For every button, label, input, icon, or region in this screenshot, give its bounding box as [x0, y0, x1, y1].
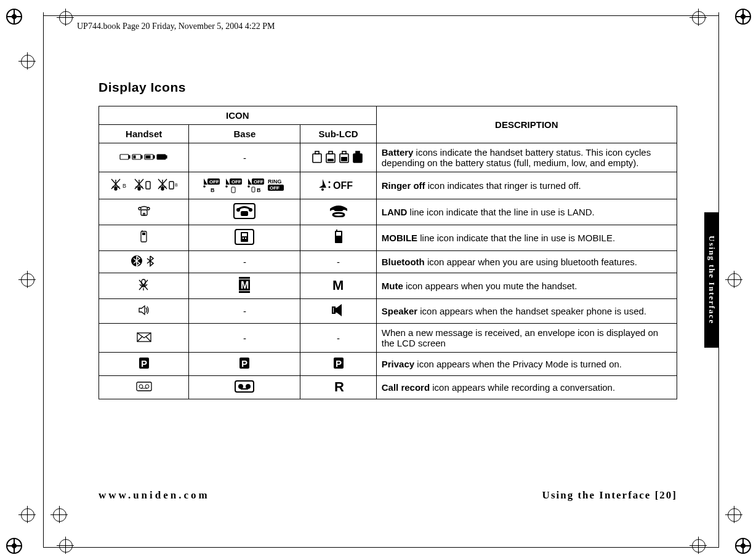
svg-text:RING: RING [268, 178, 282, 185]
cell-dash: - [189, 324, 300, 353]
svg-point-41 [248, 185, 251, 188]
footer-right: Using the Interface [20] [542, 489, 677, 502]
svg-rect-1 [129, 156, 130, 158]
desc-text: line icon indicate that the line in use … [417, 233, 615, 243]
svg-point-54 [147, 207, 150, 210]
bluetooth-handset-icon [131, 255, 158, 267]
svg-rect-10 [313, 154, 321, 162]
registration-mark-icon [735, 9, 751, 25]
svg-rect-64 [142, 233, 145, 235]
svg-text:R: R [334, 380, 344, 393]
col-sublcd: Sub-LCD [300, 125, 376, 143]
registration-mark-icon [6, 9, 22, 25]
lead: Battery [382, 147, 414, 158]
svg-point-24 [138, 188, 140, 190]
table-row: - - When a new message is received, an e… [99, 324, 677, 353]
desc-text: icon appears while recording a conversat… [430, 382, 615, 393]
svg-point-20 [115, 188, 117, 190]
lead: Ringer off [382, 180, 425, 191]
svg-text:OFF: OFF [231, 179, 241, 185]
crosshair-icon [690, 9, 707, 26]
page-footer: www.uniden.com Using the Interface [20] [99, 489, 677, 502]
svg-rect-9 [166, 156, 167, 158]
land-sublcd-icon [329, 205, 348, 217]
col-description: DESCRIPTION [376, 106, 677, 143]
privacy-base-icon: P [238, 356, 251, 370]
svg-point-37 [226, 185, 228, 188]
svg-text:M: M [241, 280, 249, 290]
record-base-icon [235, 380, 254, 393]
svg-text:OFF: OFF [209, 179, 219, 185]
svg-point-28 [161, 188, 164, 190]
svg-point-97 [246, 384, 251, 389]
lead: Speaker [382, 306, 417, 316]
page-title: Display Icons [99, 80, 677, 95]
svg-rect-16 [342, 151, 346, 154]
crop-rule-top [43, 15, 719, 16]
svg-text:B: B [175, 183, 178, 187]
svg-rect-60 [241, 211, 248, 216]
speaker-handset-icon [137, 304, 151, 316]
side-tab: Using the Interface [704, 212, 719, 348]
svg-text:M: M [332, 278, 344, 292]
svg-point-51 [328, 186, 330, 188]
crop-rule-left [43, 12, 44, 548]
lead: Call record [382, 382, 430, 393]
svg-rect-27 [146, 182, 150, 189]
svg-point-50 [328, 182, 330, 183]
svg-rect-7 [145, 155, 150, 158]
svg-rect-80 [239, 277, 250, 279]
registration-mark-icon [735, 538, 751, 554]
speaker-sublcd-icon [331, 303, 346, 318]
svg-text:OFF: OFF [333, 180, 353, 191]
table-row: B B OFFB OFF OFFB RINGOFF [99, 172, 677, 199]
cell-dash: - [189, 299, 300, 324]
svg-rect-17 [341, 157, 347, 161]
desc-text: line icon indicate that the line in use … [407, 207, 594, 217]
svg-text:B: B [257, 187, 261, 193]
table-row: - - Bluetooth icon appear when you are u… [99, 251, 677, 273]
svg-rect-95 [235, 381, 254, 392]
svg-rect-44 [252, 187, 255, 192]
land-base-icon [233, 203, 255, 219]
mute-base-icon: M [236, 277, 252, 293]
battery-levels-icon [119, 153, 169, 161]
crosshair-icon [57, 537, 74, 554]
table-row: - Speaker icon appears when the handset … [99, 299, 677, 324]
svg-text:P: P [141, 358, 147, 369]
desc-text: icon appear when you are using bluetooth… [425, 257, 637, 267]
crosshair-icon [50, 506, 68, 523]
svg-rect-3 [141, 156, 142, 158]
crop-rule-bottom [43, 547, 719, 548]
table-row: R Call record icon appears while recordi… [99, 376, 677, 399]
svg-text:B: B [211, 187, 215, 193]
desc-text: icon appears when you mute the handset. [403, 281, 577, 291]
svg-text:OFF: OFF [270, 185, 279, 191]
desc-text: icon appears when the handset speaker ph… [417, 306, 646, 316]
table-row: - Battery icons indicate the handset bat… [99, 143, 677, 172]
svg-text:OFF: OFF [254, 179, 263, 185]
crosshair-icon [18, 52, 36, 70]
lead: LAND [382, 207, 408, 217]
mobile-sublcd-icon [333, 230, 344, 244]
crosshair-icon [690, 537, 707, 554]
svg-rect-71 [336, 232, 341, 236]
cell-dash: - [189, 143, 300, 172]
svg-point-92 [139, 385, 143, 388]
table-row: M M Mute icon appears when you mute the … [99, 273, 677, 299]
table-row: MOBILE line icon indicate that the line … [99, 225, 677, 251]
desc-text: icon appears when the Privacy Mode is tu… [414, 359, 622, 369]
col-handset: Handset [99, 125, 189, 143]
mute-handset-icon [137, 278, 151, 292]
desc-text: icons indicate the handset battery statu… [382, 147, 651, 168]
svg-rect-14 [328, 159, 334, 161]
svg-rect-6 [153, 156, 155, 158]
svg-rect-13 [329, 151, 332, 154]
svg-point-96 [238, 384, 243, 389]
svg-point-58 [236, 208, 240, 212]
svg-rect-18 [353, 154, 362, 162]
desc-text: When a new message is received, an envel… [382, 327, 658, 348]
framemaker-header: UP744.book Page 20 Friday, November 5, 2… [77, 22, 275, 31]
svg-rect-40 [231, 187, 235, 193]
cell-dash: - [300, 251, 376, 273]
